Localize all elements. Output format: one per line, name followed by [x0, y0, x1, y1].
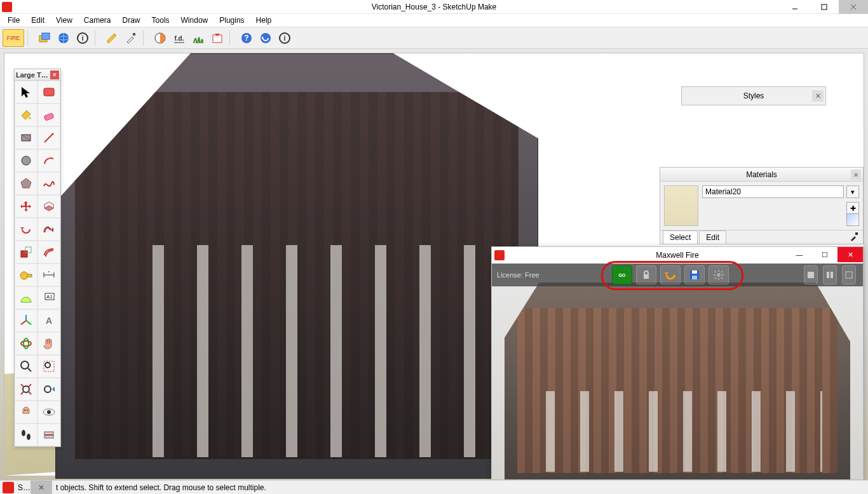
svg-point-57	[24, 410, 25, 411]
sample-paint-icon[interactable]	[849, 232, 859, 244]
svg-text:A: A	[46, 316, 52, 326]
svg-point-36	[20, 272, 28, 279]
orbit-tool-icon[interactable]	[15, 332, 37, 355]
offset-tool-icon[interactable]	[37, 241, 60, 264]
maxwell-lock-icon[interactable]	[636, 265, 656, 284]
tape-measure-icon[interactable]	[15, 264, 37, 286]
menu-tools[interactable]: Tools	[147, 15, 175, 26]
large-toolset-panel[interactable]: Large T… ✕ * A1 A	[14, 69, 61, 447]
svg-line-45	[21, 321, 26, 324]
menu-draw[interactable]: Draw	[118, 15, 146, 26]
secondary-color-swatch[interactable]	[846, 213, 859, 226]
materials-panel[interactable]: Materials ✕ ▾ ✚ Select Edit	[660, 167, 864, 244]
pencil-icon[interactable]	[103, 29, 121, 47]
tab-edit[interactable]: Edit	[699, 230, 726, 244]
menu-window[interactable]: Window	[176, 15, 214, 26]
scene-manager-icon[interactable]	[36, 29, 53, 47]
svg-point-61	[22, 430, 25, 436]
status-tab-close-icon[interactable]: ✕	[31, 481, 52, 495]
material-dropdown-icon[interactable]: ▾	[846, 185, 859, 198]
look-around-icon[interactable]	[37, 401, 60, 424]
tab-select[interactable]: Select	[663, 230, 698, 244]
line-tool-icon[interactable]	[37, 126, 60, 149]
freehand-tool-icon[interactable]	[37, 172, 60, 195]
make-component-icon[interactable]	[37, 81, 60, 103]
menu-plugins[interactable]: Plugins	[214, 15, 249, 26]
materials-body: ▾ ✚	[660, 182, 863, 230]
export-icon[interactable]	[208, 29, 226, 47]
arc-tool-icon[interactable]	[37, 149, 60, 172]
dimension-tool-icon[interactable]: *	[37, 264, 60, 286]
previous-view-icon[interactable]	[37, 378, 60, 401]
rotate-tool-icon[interactable]	[15, 218, 37, 241]
material-swatch[interactable]	[664, 185, 698, 226]
maxwell-go-button[interactable]: GO	[612, 265, 632, 284]
followme-tool-icon[interactable]	[37, 218, 60, 241]
refresh-help-icon[interactable]	[257, 29, 275, 47]
zoom-tool-icon[interactable]	[15, 355, 37, 378]
styles-panel[interactable]: Styles ✕	[681, 86, 826, 105]
fire-button[interactable]: FIRE	[3, 29, 24, 47]
maxwell-save-icon[interactable]	[684, 265, 705, 284]
polygon-tool-icon[interactable]	[15, 172, 37, 195]
maxwell-viewmode3-icon[interactable]	[842, 265, 856, 284]
globe-icon[interactable]	[55, 29, 72, 47]
maxwell-close-button[interactable]: ✕	[837, 247, 863, 262]
maxwell-viewmode1-icon[interactable]	[804, 265, 818, 284]
rectangle-tool-icon[interactable]	[15, 126, 37, 149]
styles-close-icon[interactable]: ✕	[812, 90, 824, 102]
circle-tool-icon[interactable]	[15, 149, 37, 172]
svg-rect-35	[25, 247, 31, 253]
large-toolset-close-icon[interactable]: ✕	[50, 70, 59, 79]
status-app-icon[interactable]	[3, 482, 14, 493]
info-icon[interactable]: i	[74, 29, 92, 47]
select-tool-icon[interactable]	[15, 81, 37, 103]
maxwell-title: Maxwell Fire	[656, 251, 698, 260]
large-toolset-header[interactable]: Large T… ✕	[15, 69, 60, 81]
maximize-button[interactable]	[810, 0, 839, 14]
position-camera-icon[interactable]	[15, 401, 37, 424]
paint-bucket-icon[interactable]	[15, 103, 37, 126]
move-tool-icon[interactable]	[15, 195, 37, 218]
maxwell-settings-icon[interactable]	[709, 265, 729, 284]
maxwell-render-view[interactable]	[492, 264, 863, 479]
maxwell-refresh-icon[interactable]	[660, 265, 681, 284]
menu-file[interactable]: File	[3, 15, 25, 26]
maxwell-maximize-button[interactable]: ☐	[812, 247, 837, 262]
create-material-icon[interactable]: ✚	[846, 202, 859, 215]
maxwell-minimize-button[interactable]: —	[787, 247, 812, 262]
circle-half-icon[interactable]	[151, 29, 169, 47]
menu-help[interactable]: Help	[251, 15, 277, 26]
maxwell-title-bar[interactable]: Maxwell Fire — ☐ ✕	[492, 247, 863, 264]
pan-tool-icon[interactable]	[37, 332, 60, 355]
menu-edit[interactable]: Edit	[26, 15, 50, 26]
info2-icon[interactable]: i	[276, 29, 294, 47]
scale-tool-icon[interactable]	[15, 241, 37, 264]
materials-close-icon[interactable]: ✕	[851, 170, 861, 180]
materials-header[interactable]: Materials ✕	[660, 168, 863, 182]
material-name-input[interactable]	[702, 185, 844, 198]
3dtext-tool-icon[interactable]: A	[37, 309, 60, 332]
eraser-tool-icon[interactable]	[37, 103, 60, 126]
menu-camera[interactable]: Camera	[79, 15, 116, 26]
materials-tabs: Select Edit	[660, 230, 863, 244]
close-button[interactable]	[839, 0, 868, 14]
protractor-tool-icon[interactable]	[15, 286, 37, 309]
text-tool-icon[interactable]: A1	[37, 286, 60, 309]
minimize-button[interactable]	[780, 0, 810, 14]
menu-view[interactable]: View	[51, 15, 78, 26]
maxwell-viewmode2-icon[interactable]	[823, 265, 837, 284]
svg-line-2	[851, 4, 856, 10]
walk-tool-icon[interactable]	[15, 424, 37, 446]
eyedropper-icon[interactable]	[122, 29, 140, 47]
maxwell-fire-window[interactable]: Maxwell Fire — ☐ ✕ License: Free GO	[491, 246, 864, 480]
zoom-window-icon[interactable]	[37, 355, 60, 378]
fd-icon[interactable]: f.d.	[170, 29, 188, 47]
zoom-extents-icon[interactable]	[15, 378, 37, 401]
section-plane-icon[interactable]	[37, 424, 60, 446]
pushpull-tool-icon[interactable]	[37, 195, 60, 218]
grass-icon[interactable]	[189, 29, 207, 47]
svg-point-53	[45, 363, 50, 368]
help-icon[interactable]: ?	[238, 29, 255, 47]
axes-tool-icon[interactable]	[15, 309, 37, 332]
